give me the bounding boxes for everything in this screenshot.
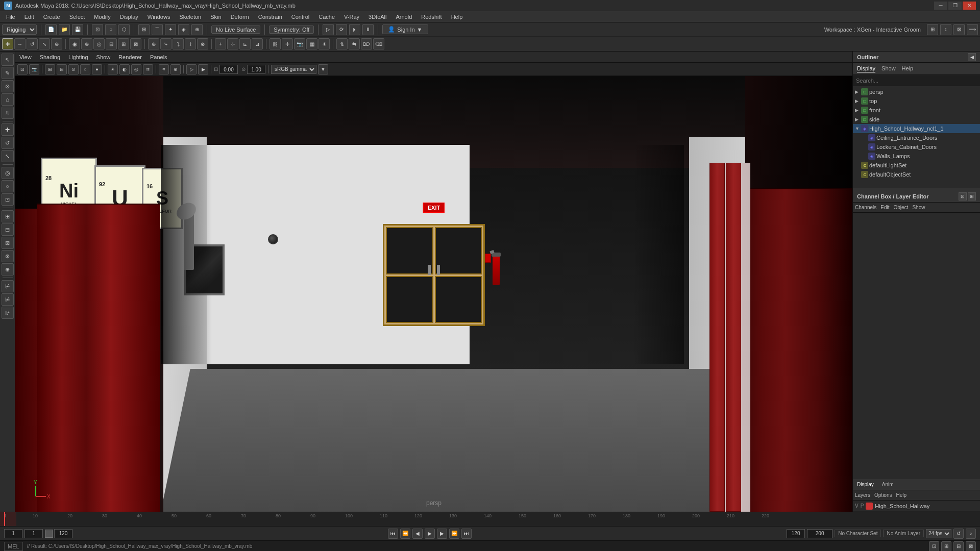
tree-item-lockers[interactable]: ◈ Lockers_Cabinet_Doors [853,142,980,152]
menu-item-file[interactable]: File [2,13,19,21]
select-mode-btn[interactable]: ✚ [2,38,13,49]
anim-btn-2[interactable]: ⊿ [252,38,263,49]
snap-point[interactable]: ✦ [165,24,176,35]
rigging-dropdown[interactable]: Rigging [2,24,37,35]
soft-select-btn[interactable]: ◉ [69,38,80,49]
menu-item-select[interactable]: Select [65,13,89,21]
layer-btn-3[interactable]: ⊠ [2,237,14,249]
sign-in-button[interactable]: 👤 Sign In ▼ [382,24,428,34]
cb-icon-2[interactable]: ⊞ [968,192,976,201]
vp-menu-panels[interactable]: Panels [150,54,167,60]
range-start-input[interactable] [24,529,43,538]
outliner-expand-btn[interactable]: ◀ [968,53,976,61]
scale-tool-btn[interactable]: ⤡ [2,150,14,162]
no-anim-layer-badge[interactable]: No Anim Layer [883,530,924,537]
vp-camera-btn[interactable]: 📷 [29,64,39,74]
menu-item-windows[interactable]: Windows [143,13,175,21]
snap-curve[interactable]: ⌒ [152,24,163,35]
loop-btn[interactable]: ↺ [953,529,964,539]
go-start-btn[interactable]: ⏮ [388,529,398,539]
timeline-bar[interactable]: 1 10 20 30 40 50 60 70 80 90 100 110 120… [0,512,980,527]
smooth-btn-l[interactable]: ○ [2,180,14,192]
prev-frame-btn[interactable]: ◀ [412,529,423,539]
tree-item-walls[interactable]: ◈ Walls_Lamps [853,152,980,161]
tree-item-side[interactable]: ▶ □ side [853,115,980,124]
render-btn[interactable]: ▦ [306,38,317,49]
mirror-skin-btn[interactable]: ⊟ [106,38,117,49]
tree-item-ceiling[interactable]: ◈ Ceiling_Entrance_Doors [853,133,980,142]
curve-btn[interactable]: + [215,38,226,49]
tree-item-objset[interactable]: ⊙ defaultObjectSet [853,170,980,179]
vp-menu-renderer[interactable]: Renderer [118,54,142,60]
minimize-button[interactable]: ─ [934,2,947,10]
mel-label[interactable]: MEL [4,542,23,551]
move-tool-btn[interactable]: ✚ [2,123,14,136]
camera-btn[interactable]: 📷 [294,38,305,49]
select-tool-btn[interactable]: ↖ [2,54,14,66]
vp-frame-sel-btn[interactable]: ⊟ [57,64,67,74]
paint-button[interactable]: ⬡ [118,24,130,35]
layer-v-btn[interactable]: V [855,503,859,509]
menu-item-redshift[interactable]: Redshift [417,13,446,21]
layer-btn-5[interactable]: ⊕ [2,263,14,276]
menu-item-v-ray[interactable]: V-Ray [340,13,363,21]
move-mode-btn[interactable]: ↔ [14,38,26,49]
tree-item-hallway[interactable]: ▼ ◈ High_School_Hallway_ncl1_1 [853,124,980,133]
quick-btn-2[interactable]: ⊭ [2,293,14,306]
status-icon-3[interactable]: ⊟ [953,541,964,552]
extra-btn-3[interactable]: ⌦ [361,38,372,49]
outliner-tab-show[interactable]: Show [881,65,896,72]
vp-shadow-btn[interactable]: ◐ [119,64,130,74]
tree-item-top[interactable]: ▶ □ top [853,96,980,106]
menu-item-arnold[interactable]: Arnold [391,13,416,21]
extra-btn-4[interactable]: ⌫ [373,38,384,49]
menu-item-create[interactable]: Create [39,13,64,21]
menu-item-skin[interactable]: Skin [206,13,225,21]
cb-icon-1[interactable]: ⊡ [959,192,967,201]
next-frame-btn[interactable]: ▶ [437,529,447,539]
outliner-search-input[interactable] [853,75,980,86]
right-icon-3[interactable]: ⊠ [953,24,965,35]
extra-btn-2[interactable]: ⇆ [349,38,360,49]
smear-tool-btn[interactable]: ⌂ [2,93,14,106]
display-sub-layers[interactable]: Layers [855,492,870,498]
lasso-button[interactable]: ○ [105,24,116,35]
menu-item-edit[interactable]: Edit [20,13,38,21]
menu-item-skeleton[interactable]: Skeleton [175,13,205,21]
no-character-set-badge[interactable]: No Character Set [835,530,881,537]
pinch-btn-l[interactable]: ⊡ [2,193,14,206]
select-button[interactable]: ⊡ [92,24,103,35]
vp-display-btn[interactable]: ⊙ [68,64,79,74]
bind-skin-btn[interactable]: ⊞ [118,38,129,49]
vp-tb-btn-1[interactable]: ⊡ [17,64,28,74]
paint-tool-btn[interactable]: ✎ [2,67,14,79]
right-icon-2[interactable]: ↕ [940,24,951,35]
vp-gamma-arrow[interactable]: ▼ [318,64,328,74]
vp-ao-btn[interactable]: ◎ [131,64,141,74]
tree-item-lightset[interactable]: ⊙ defaultLightSet [853,161,980,170]
snap-grid[interactable]: ⊞ [138,24,150,35]
no-live-surface-badge[interactable]: No Live Surface [211,26,260,34]
status-icon-1[interactable]: ⊡ [929,541,939,552]
menu-item-constrain[interactable]: Constrain [254,13,286,21]
next-key-btn[interactable]: ⏩ [449,529,459,539]
vp-light-btn[interactable]: ☀ [108,64,118,74]
play-btn[interactable]: ▶ [425,529,435,539]
snap-center[interactable]: ⊕ [191,24,203,35]
menu-item-deform[interactable]: Deform [227,13,253,21]
ik-handle-btn[interactable]: ⤷ [160,38,172,49]
layer-btn-1[interactable]: ⊞ [2,210,14,222]
rig-btn-4[interactable]: ⏸ [362,24,374,35]
go-end-btn[interactable]: ⏭ [461,529,472,539]
open-button[interactable]: 📁 [59,24,70,35]
status-icon-2[interactable]: ⊞ [941,541,951,552]
snap-surface[interactable]: ◈ [178,24,189,35]
quick-btn-3[interactable]: ⊮ [2,307,14,319]
display-tab-anim[interactable]: Anim [882,482,894,487]
rig-btn-2[interactable]: ⟳ [336,24,347,35]
right-icon-4[interactable]: ⟹ [967,24,978,35]
vp-menu-show[interactable]: Show [96,54,111,60]
spline-ik-btn[interactable]: ⌇ [185,38,196,49]
vp-menu-view[interactable]: View [19,54,32,60]
tree-item-front[interactable]: ▶ □ front [853,106,980,115]
